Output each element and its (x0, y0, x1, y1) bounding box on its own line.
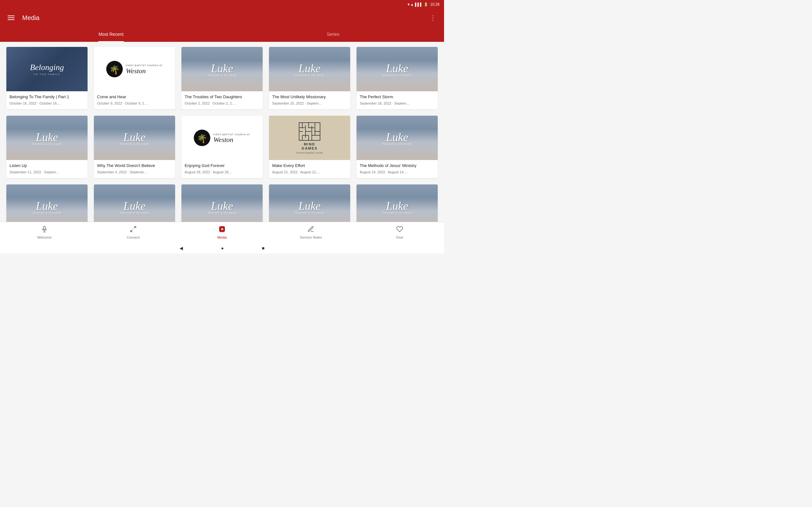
media-card[interactable]: Luke PASTOR & TO SAVE The Methods of Jes… (357, 116, 438, 178)
status-time: 10:26 (430, 2, 440, 7)
media-card[interactable]: Luke PASTOR & TO SAVE (94, 184, 175, 222)
media-card[interactable]: Luke PASTOR & TO SAVE (6, 184, 88, 222)
menu-button[interactable] (5, 13, 17, 22)
media-title: Enjoying God Forever (185, 163, 259, 169)
tab-most-recent[interactable]: Most Recent (0, 26, 222, 42)
media-title: Listen Up (9, 163, 84, 169)
media-date: September 11, 2022 · Septem… (9, 170, 84, 174)
media-date: October 16, 2022 · October 16,… (9, 101, 84, 106)
svg-line-21 (134, 227, 136, 228)
media-card[interactable]: Belonging TO THE FAMILY Belonging To The… (6, 47, 88, 109)
recent-button[interactable]: ■ (262, 245, 264, 250)
media-card[interactable]: 🌴 FIRST BAPTIST CHURCH AT Weston Come an… (94, 47, 175, 109)
tab-bar: Most Recent Series (0, 26, 444, 42)
status-icons: ▼▲ ▌▌▌ 🔋 (407, 3, 428, 7)
media-grid: Belonging TO THE FAMILY Belonging To The… (6, 47, 438, 222)
media-card[interactable]: Luke PASTOR & TO SAVE (357, 184, 438, 222)
media-card[interactable]: Luke PASTOR & TO SAVE The Perfect Storm … (357, 47, 438, 109)
home-button[interactable]: ● (221, 245, 223, 250)
app-title: Media (22, 14, 427, 21)
media-title: Why The World Doesn't Believe (97, 163, 172, 169)
media-title: The Methods of Jesus' Ministry (360, 163, 435, 169)
mic-icon (41, 226, 48, 234)
nav-sermon-notes[interactable]: Sermon Notes (266, 222, 355, 243)
nav-give[interactable]: Give (355, 222, 444, 243)
nav-sermon-notes-label: Sermon Notes (300, 235, 322, 239)
nav-media-label: Media (217, 235, 227, 239)
nav-welcome-label: Welcome (37, 235, 52, 239)
nav-media[interactable]: Media (177, 222, 266, 243)
main-content: Belonging TO THE FAMILY Belonging To The… (0, 42, 444, 222)
media-title: Come and Hear (97, 95, 172, 100)
nav-give-label: Give (396, 235, 403, 239)
media-title: The Perfect Storm (360, 95, 435, 100)
media-title: The Most Unlikely Missionary (272, 95, 347, 100)
media-title: Make Every Effort (272, 163, 347, 169)
media-card[interactable]: Luke PASTOR & TO SAVE Listen Up Septembe… (6, 116, 88, 178)
more-options-button[interactable]: ⋮ (427, 11, 439, 24)
media-title: Belonging To The Family | Part 1 (9, 95, 84, 100)
svg-line-22 (131, 230, 133, 232)
bottom-nav: Welcome Connect Media Serm (0, 222, 444, 243)
media-date: August 14, 2022 · August 14,… (360, 170, 435, 174)
media-date: September 4, 2022 · Septemb… (97, 170, 172, 174)
svg-rect-18 (44, 226, 45, 230)
media-date: October 2, 2022 · October 2, 2… (185, 101, 259, 106)
tab-series[interactable]: Series (222, 26, 444, 42)
heart-icon (396, 226, 403, 234)
play-icon (218, 226, 225, 234)
media-title: The Troubles of Two Daughters (185, 95, 259, 100)
media-card[interactable]: Luke PASTOR & TO SAVE The Most Unlikely … (269, 47, 350, 109)
nav-connect[interactable]: Connect (89, 222, 177, 243)
media-date: September 25, 2022 · Septem… (272, 101, 347, 106)
media-card[interactable]: Luke PASTOR & TO SAVE (269, 184, 350, 222)
app-bar: Media ⋮ (0, 9, 444, 26)
media-card[interactable]: 🌴 FIRST BAPTIST CHURCH AT Weston Enjoyin… (182, 116, 263, 178)
system-nav: ◀ ● ■ (0, 243, 444, 253)
back-button[interactable]: ◀ (180, 245, 183, 250)
media-date: August 21, 2022 · August 21,… (272, 170, 347, 174)
nav-welcome[interactable]: Welcome (0, 222, 89, 243)
media-card[interactable]: MINDGAMES OVERCOMING FEAR Make Every Eff… (269, 116, 350, 178)
signal-icon: ▌▌▌ (415, 3, 422, 6)
media-date: September 18, 2022 · Septem… (360, 101, 435, 106)
media-date: October 9, 2022 · October 9, 2… (97, 101, 172, 106)
media-card[interactable]: Luke PASTOR & TO SAVE The Troubles of Tw… (182, 47, 263, 109)
media-card[interactable]: Luke PASTOR & TO SAVE (182, 184, 263, 222)
connect-icon (130, 226, 137, 234)
pen-icon (307, 226, 314, 234)
media-card[interactable]: Luke PASTOR & TO SAVE Why The World Does… (94, 116, 175, 178)
wifi-icon: ▼▲ (407, 3, 414, 6)
media-date: August 28, 2022 · August 28,… (185, 170, 259, 174)
nav-connect-label: Connect (127, 235, 140, 239)
status-bar: ▼▲ ▌▌▌ 🔋 10:26 (0, 0, 444, 9)
battery-icon: 🔋 (424, 3, 428, 7)
